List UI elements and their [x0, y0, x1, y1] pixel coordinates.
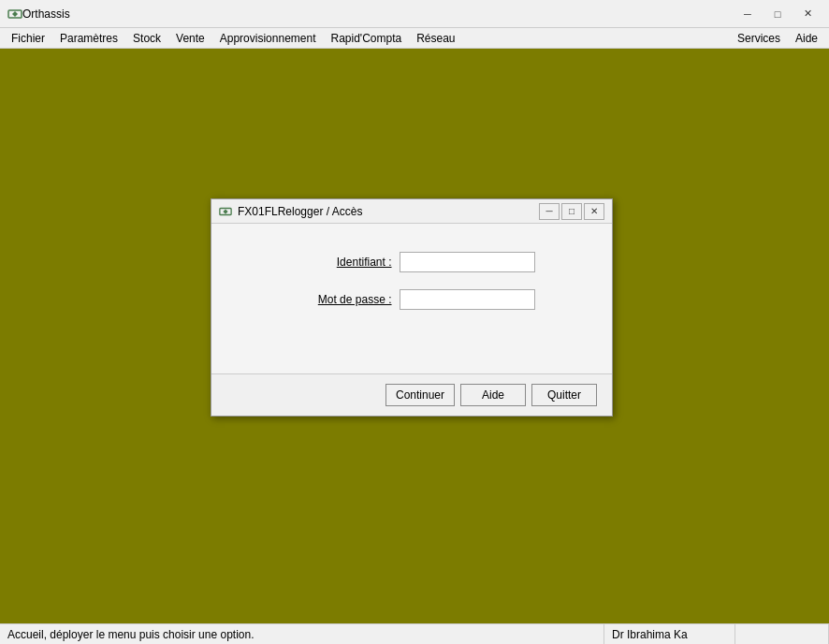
close-button[interactable]: ✕: [793, 5, 822, 23]
dialog-title: FX01FLRelogger / Accès: [238, 205, 539, 218]
menu-vente[interactable]: Vente: [168, 30, 212, 47]
window-controls: ─ □ ✕: [734, 5, 822, 23]
minimize-button[interactable]: ─: [734, 5, 762, 23]
status-user: Dr Ibrahima Ka: [604, 624, 735, 644]
menu-stock[interactable]: Stock: [125, 30, 168, 47]
app-icon: [7, 7, 22, 22]
menu-parametres[interactable]: Paramètres: [52, 30, 125, 47]
dialog-minimize-button[interactable]: ─: [539, 203, 560, 220]
motdepasse-row: Mot de passe :: [230, 289, 593, 310]
menu-aide[interactable]: Aide: [788, 30, 825, 47]
titlebar: Orthassis ─ □ ✕: [0, 0, 829, 28]
identifiant-input[interactable]: [400, 252, 535, 272]
dialog-footer: Continuer Aide Quitter: [211, 373, 612, 416]
dialog-titlebar: FX01FLRelogger / Accès ─ □ ✕: [211, 199, 612, 224]
identifiant-label: Identifiant :: [289, 256, 392, 269]
dialog-close-button[interactable]: ✕: [584, 203, 604, 220]
aide-button[interactable]: Aide: [460, 384, 526, 406]
dialog-controls: ─ □ ✕: [539, 203, 604, 220]
dialog-content: Identifiant : Mot de passe :: [211, 224, 612, 373]
continuer-button[interactable]: Continuer: [385, 384, 455, 406]
menubar: Fichier Paramètres Stock Vente Approvisi…: [0, 28, 829, 49]
menu-rapidcompta[interactable]: Rapid'Compta: [324, 30, 410, 47]
menu-fichier[interactable]: Fichier: [4, 30, 52, 47]
maximize-button[interactable]: □: [764, 5, 792, 23]
motdepasse-input[interactable]: [400, 289, 535, 310]
menu-reseau[interactable]: Réseau: [409, 30, 462, 47]
status-extra: [735, 624, 829, 644]
login-dialog: FX01FLRelogger / Accès ─ □ ✕ Identifiant…: [211, 198, 613, 417]
main-area: FX01FLRelogger / Accès ─ □ ✕ Identifiant…: [0, 49, 829, 623]
menu-services[interactable]: Services: [730, 30, 788, 47]
motdepasse-label: Mot de passe :: [289, 293, 392, 306]
menu-approvisionnement[interactable]: Approvisionnement: [212, 30, 324, 47]
statusbar: Accueil, déployer le menu puis choisir u…: [0, 623, 829, 644]
status-message: Accueil, déployer le menu puis choisir u…: [0, 624, 604, 644]
app-title: Orthassis: [22, 7, 734, 21]
dialog-maximize-button[interactable]: □: [561, 203, 582, 220]
quitter-button[interactable]: Quitter: [531, 384, 597, 406]
dialog-icon: [219, 205, 232, 218]
identifiant-row: Identifiant :: [230, 252, 593, 272]
